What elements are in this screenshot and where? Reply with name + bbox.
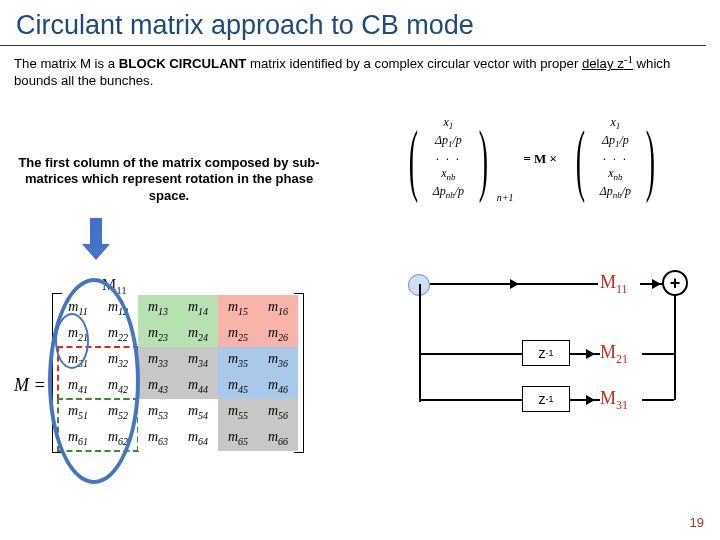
arrow-right-icon (652, 279, 661, 289)
wire (419, 284, 421, 402)
sub-b2-grey: m33m34 m43m44 (138, 347, 218, 399)
matrix-equation: M = m11m12 m21m22 m31m32 m41m42 m51m52 m… (14, 295, 298, 451)
cell: m44 (188, 377, 208, 395)
cell: m35 (228, 351, 248, 369)
state-vector-left: x1 Δp1/p · · · xnb Δpnb/p (433, 115, 464, 203)
vec2-xnb-sub: nb (614, 172, 623, 182)
vec2-dpnb: Δp (600, 184, 613, 198)
sub-b1-green: m13m14 m23m24 (138, 295, 218, 347)
cell: m14 (188, 299, 208, 317)
node-M-sub: 31 (616, 398, 628, 412)
equals-m-times: = M × (523, 151, 557, 167)
node-M-letter: M (600, 342, 616, 362)
cell: m62 (108, 429, 128, 447)
cell: m65 (228, 429, 248, 447)
vec-xnb-sub: nb (447, 172, 456, 182)
column-caption: The first column of the matrix composed … (14, 155, 324, 204)
vec2-dpnb-ovp: /p (622, 184, 631, 198)
sub-c3-grey: m55m56 m65m66 (218, 399, 298, 451)
m11-header-label: M11 (102, 276, 127, 296)
state-vector-right: x1 Δp1/p · · · xnb Δpnb/p (600, 115, 631, 203)
para-pre: The matrix M is a (14, 56, 119, 71)
plus-glyph: + (670, 274, 681, 292)
node-M-sub: 11 (616, 282, 628, 296)
cell: m23 (148, 325, 168, 343)
node-M-letter: M (600, 388, 616, 408)
wire (642, 399, 674, 401)
sub-a3: m51m52 m61m62 (58, 399, 138, 451)
cell: m46 (268, 377, 288, 395)
vec2-dots: · · · (600, 152, 631, 166)
cell: m25 (228, 325, 248, 343)
wire (674, 353, 676, 400)
cell: m24 (188, 325, 208, 343)
intro-paragraph: The matrix M is a BLOCK CIRCULANT matrix… (0, 46, 720, 90)
wire (674, 296, 676, 354)
cell: m36 (268, 351, 288, 369)
arrow-right-icon (586, 395, 595, 405)
vec2-dp1: Δp (602, 133, 615, 147)
wire (419, 353, 522, 355)
sub-c1-red: m15m16 m25m26 (218, 295, 298, 347)
cell: m16 (268, 299, 288, 317)
paren-open2-icon: ( (576, 129, 585, 189)
vec-dots1: · · · (433, 152, 464, 166)
adder-icon: + (662, 270, 688, 296)
cell: m33 (148, 351, 168, 369)
cell: m34 (188, 351, 208, 369)
node-m11: M11 (600, 272, 644, 297)
arrow-right-icon (586, 349, 595, 359)
delay-block-1: z-1 (522, 340, 570, 366)
cell: m64 (188, 429, 208, 447)
para-delay: delay z-1 (582, 56, 633, 71)
cell: m22 (108, 325, 128, 343)
vec-step-sub: n+1 (497, 192, 514, 203)
vec2-dpnb-sub: nb (613, 191, 622, 201)
cell: m51 (68, 403, 88, 421)
cell: m52 (108, 403, 128, 421)
wire (419, 399, 522, 401)
block-col-3: m15m16 m25m26 m35m36 m45m46 m55m56 m65m6… (218, 295, 298, 451)
page-number: 19 (690, 515, 704, 530)
vec2-x1-sub: 1 (616, 121, 621, 131)
vec-dpnb-sub: nb (446, 191, 455, 201)
z-letter: z (538, 391, 545, 407)
page-title: Circulant matrix approach to CB mode (0, 0, 706, 46)
cell: m63 (148, 429, 168, 447)
vec2-dp1-ovp: /p (619, 133, 628, 147)
wire (570, 353, 600, 355)
para-mid: matrix identified by a complex circular … (246, 56, 582, 71)
sub-b3: m53m54 m63m64 (138, 399, 218, 451)
vec-dp1-ovp: /p (452, 133, 461, 147)
delay-exp: -1 (624, 53, 633, 65)
paren-open-icon: ( (409, 129, 418, 189)
cell: m45 (228, 377, 248, 395)
node-M-sub: 21 (616, 352, 628, 366)
node-M-letter: M (600, 272, 616, 292)
para-bold: BLOCK CIRCULANT (119, 56, 246, 71)
cell: m43 (148, 377, 168, 395)
z-letter: z (538, 345, 545, 361)
m11-letter: M (102, 276, 116, 293)
delay-word: delay z (582, 56, 624, 71)
block-col-2: m13m14 m23m24 m33m34 m43m44 m53m54 m63m6… (138, 295, 218, 451)
arrow-right-icon (510, 279, 519, 289)
cell: m61 (68, 429, 88, 447)
cell: m56 (268, 403, 288, 421)
matrix-grid: m11m12 m21m22 m31m32 m41m42 m51m52 m61m6… (58, 295, 298, 451)
node-m31: M31 (600, 388, 644, 413)
z-exp: -1 (545, 394, 553, 404)
paren-close-icon: ) (479, 129, 488, 189)
vec-dp1: Δp (435, 133, 448, 147)
cell: m42 (108, 377, 128, 395)
wire (642, 353, 674, 355)
cell: m26 (268, 325, 288, 343)
arrow-down-icon (87, 218, 105, 258)
vec-dpnb: Δp (433, 184, 446, 198)
m11-highlight-ellipse-icon (55, 313, 89, 369)
vec-dpnb-ovp: /p (455, 184, 464, 198)
wire (570, 399, 600, 401)
cell: m55 (228, 403, 248, 421)
sub-c2-blue: m35m36 m45m46 (218, 347, 298, 399)
paren-close2-icon: ) (646, 129, 655, 189)
